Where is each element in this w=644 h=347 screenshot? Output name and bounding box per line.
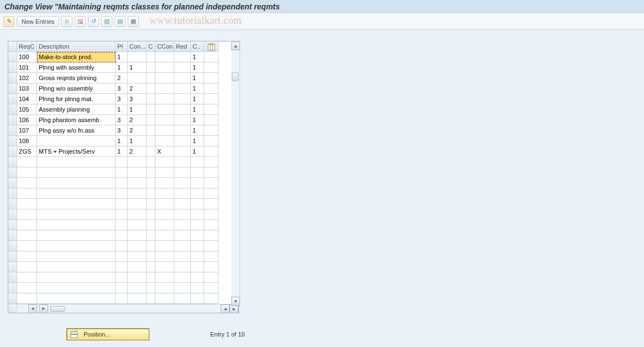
cell-desc[interactable]: MTS + Projects/Serv bbox=[37, 146, 116, 157]
cell-empty[interactable] bbox=[147, 178, 155, 188]
new-entries-button[interactable]: New Entries bbox=[17, 16, 59, 27]
row-selector[interactable] bbox=[8, 251, 17, 262]
cell-empty[interactable] bbox=[116, 251, 128, 262]
cell-empty[interactable] bbox=[155, 220, 174, 230]
position-button[interactable]: Position... bbox=[66, 328, 149, 340]
cell-empty[interactable] bbox=[191, 167, 204, 178]
cell-ccon[interactable] bbox=[155, 125, 174, 136]
cell-empty[interactable] bbox=[128, 220, 147, 230]
cell-empty[interactable] bbox=[128, 199, 147, 209]
cell-con[interactable]: 1 bbox=[128, 136, 147, 146]
cell-empty[interactable] bbox=[17, 188, 37, 199]
hscroll-left-button[interactable]: ◄ bbox=[28, 304, 37, 313]
cell-empty[interactable] bbox=[191, 199, 204, 209]
hscroll-left2-button[interactable]: ◄ bbox=[221, 304, 230, 313]
cell-cdot[interactable]: 1 bbox=[191, 125, 204, 136]
cell-empty[interactable] bbox=[155, 157, 174, 167]
cell-empty[interactable] bbox=[155, 293, 174, 304]
cell-empty[interactable] bbox=[116, 230, 128, 241]
cell-empty[interactable] bbox=[128, 272, 147, 283]
cell-con[interactable]: 2 bbox=[128, 83, 147, 94]
cell-reqc[interactable]: 107 bbox=[17, 125, 37, 136]
cell-empty[interactable] bbox=[128, 241, 147, 251]
cell-desc[interactable]: Assembly planning bbox=[37, 104, 116, 115]
cell-red[interactable] bbox=[174, 52, 191, 62]
cell-empty[interactable] bbox=[155, 283, 174, 293]
copy-button[interactable]: ⎘ bbox=[61, 16, 72, 27]
cell-red[interactable] bbox=[174, 73, 191, 83]
cell-red[interactable] bbox=[174, 136, 191, 146]
cell-empty[interactable] bbox=[37, 157, 116, 167]
cell-empty[interactable] bbox=[128, 230, 147, 241]
cell-empty[interactable] bbox=[116, 241, 128, 251]
cell-desc[interactable]: Make-to-stock prod. bbox=[37, 52, 116, 62]
cell-pi[interactable]: 3 bbox=[116, 115, 128, 125]
cell-empty[interactable] bbox=[174, 178, 191, 188]
cell-reqc[interactable]: 108 bbox=[17, 136, 37, 146]
cell-empty[interactable] bbox=[191, 220, 204, 230]
cell-empty[interactable] bbox=[147, 283, 155, 293]
cell-empty[interactable] bbox=[147, 293, 155, 304]
cell-empty[interactable] bbox=[116, 220, 128, 230]
cell-empty[interactable] bbox=[174, 283, 191, 293]
cell-pi[interactable]: 1 bbox=[116, 136, 128, 146]
print-button[interactable]: ▦ bbox=[128, 16, 139, 27]
cell-empty[interactable] bbox=[155, 241, 174, 251]
cell-pi[interactable]: 2 bbox=[116, 73, 128, 83]
cell-empty[interactable] bbox=[116, 178, 128, 188]
cell-empty[interactable] bbox=[147, 262, 155, 272]
row-selector[interactable] bbox=[8, 115, 17, 125]
row-selector[interactable] bbox=[8, 241, 17, 251]
col-description[interactable]: Description bbox=[37, 41, 116, 52]
cell-empty[interactable] bbox=[17, 178, 37, 188]
cell-cx[interactable] bbox=[147, 104, 155, 115]
cell-empty[interactable] bbox=[17, 251, 37, 262]
cell-red[interactable] bbox=[174, 104, 191, 115]
cell-empty[interactable] bbox=[37, 220, 116, 230]
cell-empty[interactable] bbox=[147, 272, 155, 283]
cell-red[interactable] bbox=[174, 83, 191, 94]
cell-empty[interactable] bbox=[37, 188, 116, 199]
row-selector[interactable] bbox=[8, 188, 17, 199]
cell-reqc[interactable]: 103 bbox=[17, 83, 37, 94]
cell-empty[interactable] bbox=[17, 157, 37, 167]
row-selector[interactable] bbox=[8, 272, 17, 283]
cell-desc[interactable]: Plnng w/o assembly bbox=[37, 83, 116, 94]
cell-pi[interactable]: 3 bbox=[116, 125, 128, 136]
cell-ccon[interactable] bbox=[155, 94, 174, 104]
cell-empty[interactable] bbox=[116, 209, 128, 220]
row-selector[interactable] bbox=[8, 230, 17, 241]
cell-red[interactable] bbox=[174, 94, 191, 104]
cell-empty[interactable] bbox=[191, 262, 204, 272]
cell-empty[interactable] bbox=[116, 188, 128, 199]
cell-cx[interactable] bbox=[147, 115, 155, 125]
cell-red[interactable] bbox=[174, 62, 191, 73]
cell-empty[interactable] bbox=[128, 262, 147, 272]
cell-pi[interactable]: 1 bbox=[116, 62, 128, 73]
cell-empty[interactable] bbox=[147, 241, 155, 251]
cell-con[interactable]: 3 bbox=[128, 94, 147, 104]
cell-empty[interactable] bbox=[37, 199, 116, 209]
cell-empty[interactable] bbox=[155, 262, 174, 272]
cell-empty[interactable] bbox=[147, 230, 155, 241]
row-selector[interactable] bbox=[8, 293, 17, 304]
cell-empty[interactable] bbox=[17, 209, 37, 220]
cell-empty[interactable] bbox=[191, 293, 204, 304]
cell-reqc[interactable]: 105 bbox=[17, 104, 37, 115]
vertical-scrollbar[interactable]: ▲ ▼ bbox=[231, 41, 240, 306]
table-config-button[interactable] bbox=[204, 41, 219, 52]
cell-ccon[interactable] bbox=[155, 104, 174, 115]
cell-empty[interactable] bbox=[17, 167, 37, 178]
cell-empty[interactable] bbox=[155, 167, 174, 178]
cell-cx[interactable] bbox=[147, 73, 155, 83]
cell-reqc[interactable]: 104 bbox=[17, 94, 37, 104]
cell-cx[interactable] bbox=[147, 94, 155, 104]
col-con[interactable]: Con... bbox=[128, 41, 147, 52]
cell-cx[interactable] bbox=[147, 83, 155, 94]
cell-pi[interactable]: 1 bbox=[116, 52, 128, 62]
cell-con[interactable]: 2 bbox=[128, 115, 147, 125]
cell-empty[interactable] bbox=[191, 157, 204, 167]
change-mode-button[interactable]: ✎ bbox=[3, 16, 14, 27]
cell-empty[interactable] bbox=[191, 230, 204, 241]
cell-empty[interactable] bbox=[116, 293, 128, 304]
